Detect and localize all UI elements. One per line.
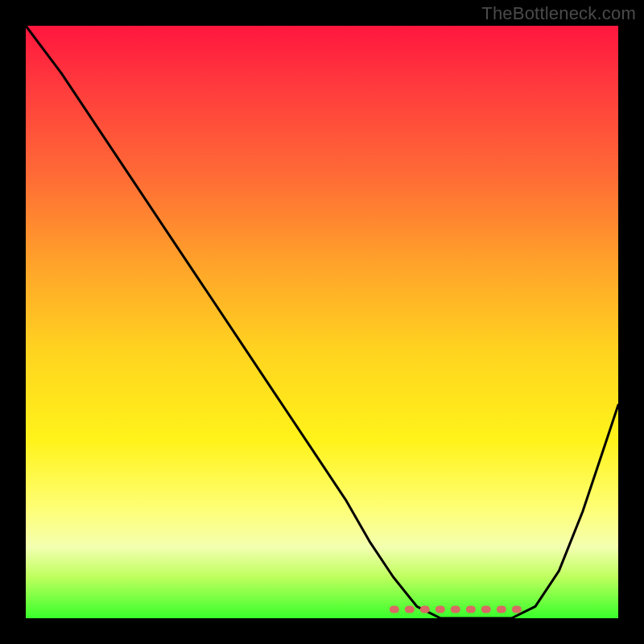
watermark-text: TheBottleneck.com [481,3,636,24]
curve-svg [26,26,618,618]
optimum-band-anchor [26,618,618,621]
bottleneck-curve [26,26,618,618]
chart-frame: TheBottleneck.com [0,0,644,644]
plot-area [26,26,618,618]
